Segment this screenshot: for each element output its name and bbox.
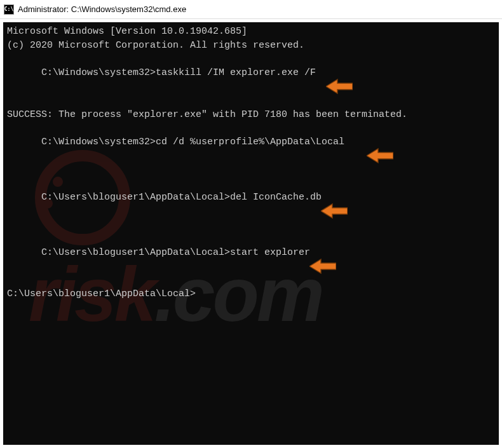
window-title: Administrator: C:\Windows\system32\cmd.e… — [18, 4, 186, 14]
svg-marker-2 — [321, 204, 348, 218]
terminal-line: SUCCESS: The process "explorer.exe" with… — [7, 108, 495, 122]
annotation-arrow-icon — [309, 230, 336, 247]
titlebar[interactable]: C:\ Administrator: C:\Windows\system32\c… — [0, 0, 502, 19]
annotation-arrow-icon — [326, 51, 353, 67]
terminal-line: Microsoft Windows [Version 10.0.19042.68… — [7, 25, 495, 39]
svg-marker-0 — [326, 79, 353, 93]
terminal-line: C:\Windows\system32>cd /d %userprofile%\… — [7, 121, 495, 177]
annotation-arrow-icon — [321, 175, 348, 191]
cmd-icon: C:\ — [4, 4, 14, 15]
terminal-line: C:\Users\bloguser1\AppData\Local>del Ico… — [7, 177, 495, 232]
svg-marker-1 — [367, 149, 393, 163]
terminal-body[interactable]: risk.com Microsoft Windows [Version 10.0… — [3, 22, 499, 445]
cmd-window: C:\ Administrator: C:\Windows\system32\c… — [0, 0, 502, 448]
svg-marker-3 — [309, 259, 336, 273]
annotation-arrow-icon — [367, 119, 393, 136]
terminal-line: C:\Users\bloguser1\AppData\Local>start e… — [7, 232, 495, 287]
terminal-line: (c) 2020 Microsoft Corporation. All righ… — [7, 39, 495, 53]
terminal-line: C:\Users\bloguser1\AppData\Local> — [7, 287, 495, 301]
terminal-line: C:\Windows\system32>taskkill /IM explore… — [7, 53, 495, 108]
